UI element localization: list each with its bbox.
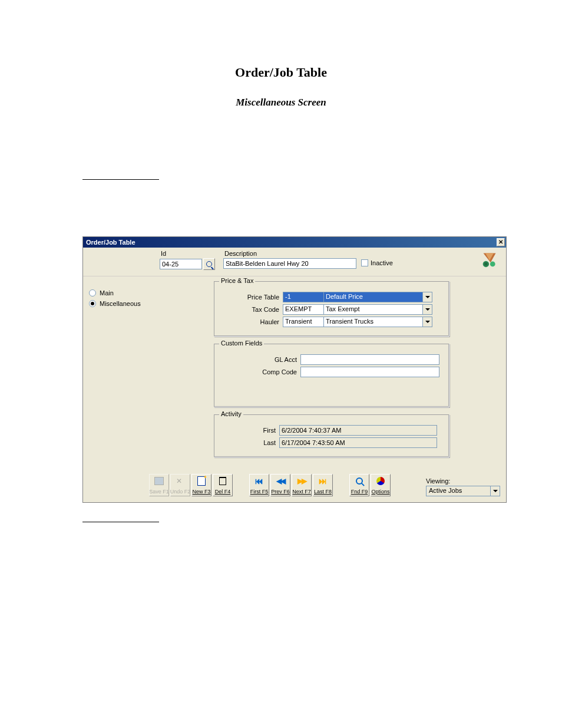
id-lookup-button[interactable] [203, 258, 215, 270]
next-label: Next F7 [292, 489, 311, 495]
activity-last-value [279, 437, 437, 448]
id-input[interactable] [160, 259, 202, 269]
group-custom-fields: Custom Fields GL Acct Comp Code [214, 344, 449, 407]
viewing-label: Viewing: [426, 477, 500, 485]
group-label-custom-fields: Custom Fields [219, 340, 264, 347]
radio-icon [89, 300, 96, 307]
description-input[interactable] [223, 258, 356, 269]
find-icon [353, 476, 365, 486]
new-icon [196, 476, 207, 486]
tax-code-desc: Tax Exempt [324, 304, 423, 315]
group-label-price-tax: Price & Tax [219, 277, 255, 284]
magnifier-icon [206, 261, 212, 267]
delete-button[interactable]: Del F4 [213, 474, 233, 496]
footer-toolbar: Save F1 Undo F2 New F3 Del F4 ⏮ First F5… [83, 470, 506, 502]
close-button[interactable]: ✕ [497, 238, 505, 246]
price-table-code[interactable]: -1 [283, 292, 324, 302]
radio-main[interactable]: Main [89, 289, 160, 297]
options-label: Options [371, 489, 389, 495]
delete-icon [217, 476, 229, 486]
undo-label: Undo F2 [170, 489, 191, 495]
find-label: Fnd F9 [351, 489, 368, 495]
prev-icon: ◀◀ [275, 476, 286, 486]
sidebar: Main Miscellaneous [89, 281, 160, 465]
next-button[interactable]: ▶▶ Next F7 [292, 474, 312, 496]
viewing-select[interactable]: Active Jobs [426, 486, 500, 496]
undo-icon [174, 476, 186, 486]
price-table-desc: Default Price [324, 292, 423, 302]
save-label: Save F1 [149, 489, 169, 495]
window: Order/Job Table ✕ Id Description Inactiv… [82, 236, 507, 503]
undo-button: Undo F2 [170, 474, 190, 496]
svg-point-4 [490, 262, 495, 267]
inactive-checkbox[interactable] [361, 259, 368, 266]
prev-label: Prev F6 [271, 489, 290, 495]
titlebar-title: Order/Job Table [84, 239, 135, 246]
options-icon [375, 476, 386, 486]
hauler-label: Hauler [222, 318, 283, 325]
group-activity: Activity First Last [214, 414, 449, 457]
save-button: Save F1 [149, 474, 169, 496]
prev-button[interactable]: ◀◀ Prev F6 [270, 474, 290, 496]
dropdown-button[interactable] [423, 304, 432, 315]
tax-code-label: Tax Code [222, 306, 283, 313]
radio-icon [89, 289, 96, 297]
new-label: New F3 [192, 489, 210, 495]
gl-acct-input[interactable] [300, 354, 439, 365]
activity-last-label: Last [222, 439, 279, 446]
first-label: First F5 [250, 489, 269, 495]
radio-misc-label: Miscellaneous [100, 300, 141, 307]
last-icon: ⏭ [317, 476, 329, 486]
first-button[interactable]: ⏮ First F5 [249, 474, 269, 496]
svg-rect-3 [484, 262, 487, 265]
description-label: Description [224, 250, 356, 257]
page-title: Order/Job Table [0, 65, 562, 80]
hauler-combo[interactable]: Transient Transient Trucks [283, 317, 432, 327]
first-icon: ⏮ [253, 476, 265, 486]
new-button[interactable]: New F3 [191, 474, 211, 496]
titlebar[interactable]: Order/Job Table ✕ [83, 237, 506, 248]
last-button[interactable]: ⏭ Last F8 [313, 474, 333, 496]
find-button[interactable]: Fnd F9 [349, 474, 369, 496]
radio-main-label: Main [100, 289, 114, 297]
activity-first-value [279, 425, 437, 436]
next-icon: ▶▶ [296, 476, 308, 486]
id-label: Id [161, 250, 215, 257]
inactive-label: Inactive [371, 259, 393, 266]
hr-bottom [82, 522, 159, 522]
hr-top [82, 179, 159, 180]
job-icon [481, 251, 498, 268]
options-button[interactable]: Options [371, 474, 391, 496]
dropdown-button[interactable] [423, 292, 432, 302]
dropdown-button[interactable] [423, 317, 432, 327]
header-area: Id Description Inactive [83, 248, 506, 276]
hauler-desc: Transient Trucks [324, 317, 423, 327]
viewing-value: Active Jobs [426, 486, 491, 496]
radio-miscellaneous[interactable]: Miscellaneous [89, 300, 160, 307]
tax-code-code[interactable]: EXEMPT [283, 304, 324, 315]
hauler-code[interactable]: Transient [283, 317, 324, 327]
dropdown-button[interactable] [491, 486, 500, 496]
comp-code-label: Comp Code [222, 368, 300, 375]
price-table-combo[interactable]: -1 Default Price [283, 292, 432, 302]
group-label-activity: Activity [219, 410, 243, 417]
tax-code-combo[interactable]: EXEMPT Tax Exempt [283, 304, 432, 315]
last-label: Last F8 [314, 489, 332, 495]
save-icon [153, 476, 165, 486]
page-subtitle: Miscellaneous Screen [0, 97, 562, 108]
activity-first-label: First [222, 427, 279, 434]
gl-acct-label: GL Acct [222, 356, 300, 363]
price-table-label: Price Table [222, 294, 283, 301]
comp-code-input[interactable] [300, 367, 439, 377]
group-price-tax: Price & Tax Price Table -1 Default Price… [214, 281, 449, 337]
delete-label: Del F4 [215, 489, 231, 495]
